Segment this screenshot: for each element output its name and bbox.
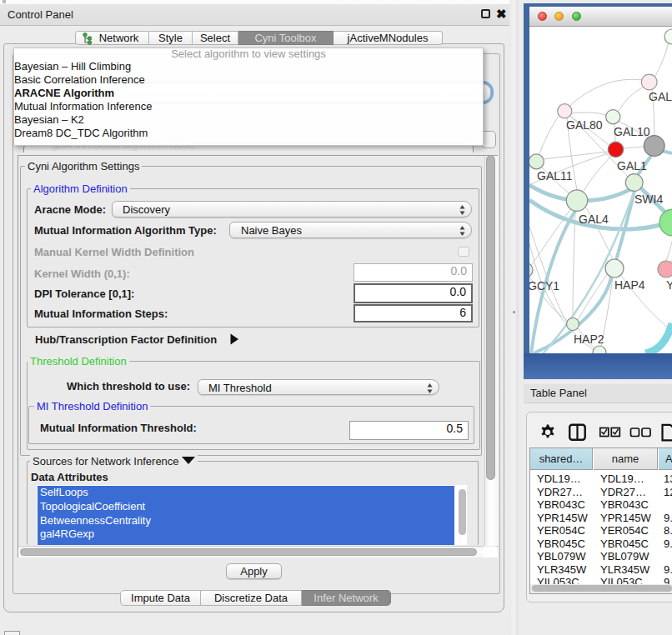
svg-text:GAL1: GAL1 bbox=[617, 159, 647, 172]
svg-text:HAP4: HAP4 bbox=[614, 278, 645, 292]
svg-text:GAL11: GAL11 bbox=[537, 169, 573, 182]
svg-text:SWI4: SWI4 bbox=[634, 192, 663, 206]
svg-text:GCY1: GCY1 bbox=[529, 279, 559, 292]
svg-text:GAL10: GAL10 bbox=[614, 125, 650, 138]
svg-text:GAL4: GAL4 bbox=[579, 212, 609, 226]
svg-text:Y: Y bbox=[666, 278, 672, 292]
svg-text:GAL80: GAL80 bbox=[566, 118, 603, 132]
svg-text:HAP2: HAP2 bbox=[574, 332, 604, 346]
svg-text:GAL7: GAL7 bbox=[649, 90, 672, 103]
